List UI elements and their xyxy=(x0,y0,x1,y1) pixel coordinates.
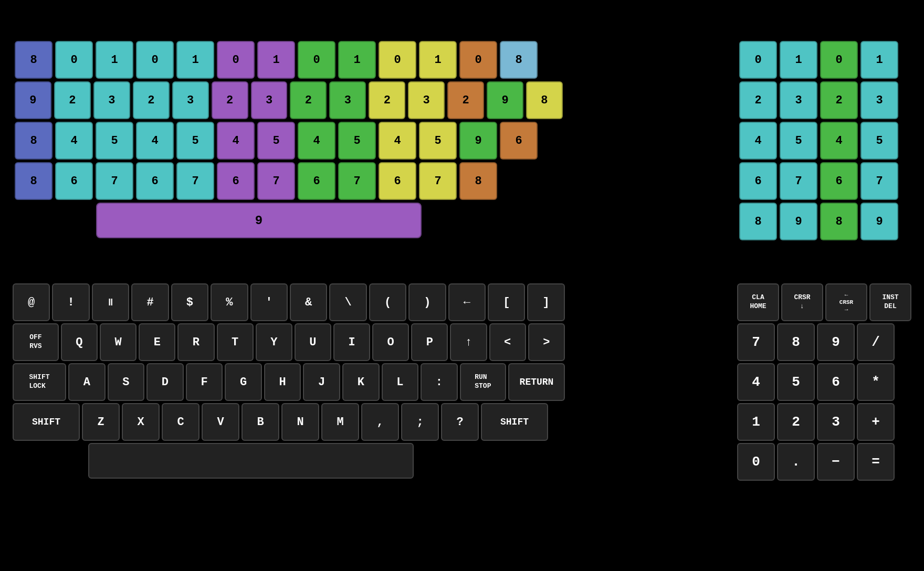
color-key[interactable]: 1 xyxy=(176,41,214,79)
color-key[interactable]: 1 xyxy=(257,41,295,79)
key-j[interactable]: J xyxy=(303,363,340,401)
key-y[interactable]: Y xyxy=(256,323,292,361)
numpad-key[interactable]: 9 xyxy=(780,203,817,240)
numpad-minus[interactable]: − xyxy=(817,443,855,481)
key-cla-home[interactable]: CLAHOME xyxy=(737,283,779,321)
key-lbracket[interactable]: [ xyxy=(488,283,525,321)
color-key[interactable]: 0 xyxy=(459,41,497,79)
color-key[interactable]: 8 xyxy=(459,162,497,200)
numpad-dot[interactable]: . xyxy=(777,443,815,481)
color-key[interactable]: 0 xyxy=(217,41,255,79)
color-key[interactable]: 2 xyxy=(369,81,405,119)
numpad-9[interactable]: 9 xyxy=(817,323,855,361)
key-m[interactable]: M xyxy=(321,403,359,441)
key-z[interactable]: Z xyxy=(82,403,120,441)
key-arrow-left[interactable]: ← xyxy=(448,283,486,321)
color-key[interactable]: 5 xyxy=(338,122,376,160)
key-h[interactable]: H xyxy=(264,363,301,401)
numpad-key[interactable]: 6 xyxy=(739,162,777,200)
numpad-equals[interactable]: = xyxy=(857,443,895,481)
black-spacebar[interactable] xyxy=(88,443,414,479)
key-f[interactable]: F xyxy=(186,363,223,401)
key-rparen[interactable]: ) xyxy=(408,283,446,321)
color-key[interactable]: 6 xyxy=(136,162,174,200)
numpad-key[interactable]: 6 xyxy=(820,162,858,200)
color-key[interactable]: 4 xyxy=(55,122,93,160)
key-b[interactable]: B xyxy=(242,403,279,441)
numpad-key[interactable]: 9 xyxy=(860,203,898,240)
key-n[interactable]: N xyxy=(281,403,319,441)
color-key[interactable]: 4 xyxy=(298,122,335,160)
numpad-key[interactable]: 7 xyxy=(860,162,898,200)
numpad-1[interactable]: 1 xyxy=(737,403,775,441)
key-p[interactable]: P xyxy=(411,323,448,361)
color-key[interactable]: 9 xyxy=(15,81,51,119)
numpad-key[interactable]: 8 xyxy=(739,203,777,240)
numpad-0[interactable]: 0 xyxy=(737,443,775,481)
color-key[interactable]: 4 xyxy=(136,122,174,160)
numpad-key[interactable]: 4 xyxy=(739,122,777,160)
key-semicolon[interactable]: ; xyxy=(401,403,439,441)
key-inst-del[interactable]: INSTDEL xyxy=(869,283,911,321)
key-dbl-pipe[interactable]: ǁ xyxy=(92,283,129,321)
color-key[interactable]: 2 xyxy=(447,81,484,119)
color-key[interactable]: 0 xyxy=(298,41,335,79)
numpad-key[interactable]: 1 xyxy=(860,41,898,79)
key-left-shift[interactable]: SHIFT xyxy=(13,403,80,441)
color-key[interactable]: 5 xyxy=(257,122,295,160)
color-key[interactable]: 7 xyxy=(257,162,295,200)
numpad-8[interactable]: 8 xyxy=(777,323,815,361)
numpad-key[interactable]: 5 xyxy=(860,122,898,160)
color-key[interactable]: 6 xyxy=(298,162,335,200)
color-key[interactable]: 4 xyxy=(217,122,255,160)
color-key[interactable]: 8 xyxy=(500,41,538,79)
numpad-key[interactable]: 3 xyxy=(860,81,898,119)
numpad-key[interactable]: 5 xyxy=(780,122,817,160)
key-right-shift[interactable]: SHIFT xyxy=(481,403,548,441)
color-key[interactable]: 2 xyxy=(212,81,248,119)
color-key[interactable]: 8 xyxy=(15,41,52,79)
color-key[interactable]: 3 xyxy=(93,81,130,119)
numpad-key[interactable]: 8 xyxy=(820,203,858,240)
key-shift-lock[interactable]: SHIFTLOCK xyxy=(13,363,66,401)
numpad-5[interactable]: 5 xyxy=(777,363,815,401)
key-a[interactable]: A xyxy=(68,363,106,401)
color-key[interactable]: 6 xyxy=(379,162,416,200)
color-spacebar[interactable]: 9 xyxy=(96,203,422,238)
numpad-3[interactable]: 3 xyxy=(817,403,855,441)
numpad-plus[interactable]: + xyxy=(857,403,895,441)
key-exclaim[interactable]: ! xyxy=(52,283,89,321)
color-key[interactable]: 7 xyxy=(96,162,133,200)
numpad-4[interactable]: 4 xyxy=(737,363,775,401)
numpad-key[interactable]: 3 xyxy=(780,81,817,119)
key-rbracket[interactable]: ] xyxy=(527,283,564,321)
numpad-7[interactable]: 7 xyxy=(737,323,775,361)
key-k[interactable]: K xyxy=(342,363,380,401)
numpad-key[interactable]: 2 xyxy=(820,81,858,119)
key-run-stop[interactable]: RUNSTOP xyxy=(460,363,506,401)
key-d[interactable]: D xyxy=(146,363,184,401)
color-key[interactable]: 0 xyxy=(379,41,416,79)
key-lparen[interactable]: ( xyxy=(369,283,406,321)
color-key[interactable]: 4 xyxy=(379,122,416,160)
numpad-key[interactable]: 0 xyxy=(739,41,777,79)
key-crsr-lr[interactable]: ←CRSR→ xyxy=(825,283,867,321)
key-c[interactable]: C xyxy=(162,403,200,441)
color-key[interactable]: 0 xyxy=(55,41,93,79)
key-r[interactable]: R xyxy=(177,323,214,361)
numpad-slash[interactable]: / xyxy=(857,323,895,361)
numpad-asterisk[interactable]: * xyxy=(857,363,895,401)
key-i[interactable]: I xyxy=(333,323,370,361)
color-key[interactable]: 8 xyxy=(526,81,563,119)
key-e[interactable]: E xyxy=(139,323,175,361)
key-question[interactable]: ? xyxy=(441,403,479,441)
color-key[interactable]: 8 xyxy=(15,162,52,200)
color-key[interactable]: 6 xyxy=(55,162,93,200)
color-key[interactable]: 7 xyxy=(338,162,376,200)
key-quote[interactable]: ' xyxy=(250,283,288,321)
color-key[interactable]: 6 xyxy=(500,122,538,160)
key-colon[interactable]: : xyxy=(421,363,458,401)
key-o[interactable]: O xyxy=(372,323,409,361)
key-return[interactable]: RETURN xyxy=(508,363,565,401)
key-q[interactable]: Q xyxy=(61,323,98,361)
